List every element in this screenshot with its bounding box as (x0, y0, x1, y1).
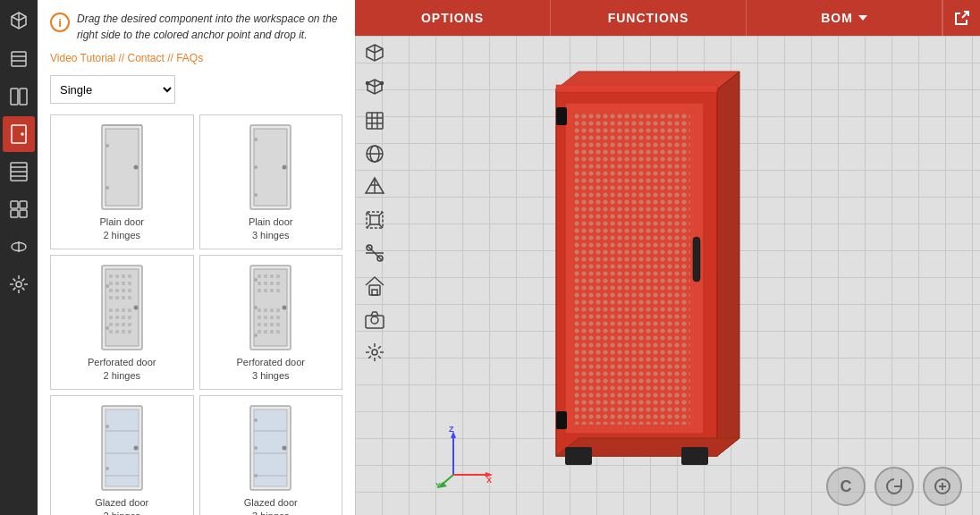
svg-rect-149 (556, 107, 567, 125)
sidebar-item-1[interactable] (3, 4, 35, 39)
component-label-plain-3h: Plain door 3 hinges (249, 215, 293, 243)
component-glazed-door-2h[interactable]: Glazed door 2 hinges (50, 395, 194, 515)
ws-icon-house[interactable] (359, 271, 391, 301)
viewport-controls: C (826, 467, 962, 506)
dropdown-row: Single Double Split (50, 75, 342, 104)
svg-rect-37 (122, 282, 125, 285)
component-label-perforated-3h: Perforated door 3 hinges (237, 356, 305, 384)
svg-rect-34 (128, 274, 131, 278)
svg-rect-140 (366, 316, 384, 328)
svg-rect-55 (109, 323, 113, 326)
svg-rect-24 (254, 129, 287, 206)
svg-point-118 (367, 82, 369, 85)
sidebar-item-2[interactable] (3, 41, 35, 77)
svg-rect-94 (270, 330, 274, 333)
export-button[interactable] (942, 0, 980, 36)
component-plain-door-3h[interactable]: Plain door 3 hinges (199, 114, 343, 249)
svg-rect-72 (258, 282, 261, 285)
functions-button[interactable]: FUNCTIONS (551, 0, 747, 36)
sidebar-item-door[interactable] (3, 116, 35, 152)
svg-point-22 (106, 186, 109, 190)
sidebar-item-tools[interactable] (3, 266, 35, 302)
control-rotate[interactable] (874, 467, 914, 506)
control-c[interactable]: C (826, 467, 866, 506)
bom-button[interactable]: BOM (747, 0, 942, 36)
svg-text:X: X (486, 476, 492, 485)
svg-rect-50 (128, 308, 131, 312)
ws-icon-wireframe[interactable] (359, 172, 391, 202)
sidebar (0, 0, 38, 515)
svg-rect-75 (276, 282, 280, 285)
svg-rect-13 (11, 210, 18, 217)
sidebar-item-rack[interactable] (3, 154, 35, 190)
svg-point-139 (371, 317, 378, 324)
svg-text:Z: Z (449, 426, 454, 434)
svg-point-6 (21, 133, 23, 135)
ws-icon-perspective[interactable] (359, 205, 391, 235)
svg-point-141 (372, 350, 377, 355)
ws-icon-box[interactable] (359, 106, 391, 136)
ws-icon-tool1[interactable] (359, 238, 391, 268)
component-label-perforated-2h: Perforated door 2 hinges (88, 356, 156, 384)
ws-icon-settings[interactable] (359, 337, 391, 367)
svg-rect-45 (122, 296, 125, 300)
svg-rect-11 (11, 201, 18, 208)
workspace: OPTIONS FUNCTIONS BOM (355, 0, 980, 515)
svg-point-25 (283, 165, 287, 170)
component-label-glazed-2h: Glazed door 2 hinges (95, 496, 148, 515)
svg-rect-54 (128, 316, 131, 319)
svg-point-114 (254, 418, 258, 422)
components-grid: Plain door 2 hinges Plain door 3 hinges (50, 114, 342, 515)
svg-rect-88 (258, 323, 261, 326)
svg-rect-44 (115, 296, 119, 300)
cabinet-3d (480, 63, 802, 492)
axis-indicator: Z X Y (435, 426, 498, 488)
ws-icon-cube2[interactable] (359, 72, 391, 103)
svg-rect-78 (270, 289, 274, 292)
svg-rect-84 (258, 316, 261, 319)
component-type-dropdown[interactable]: Single Double Split (50, 75, 175, 104)
ws-icon-camera[interactable] (359, 304, 391, 334)
middle-panel: i Drag the desired component into the wo… (38, 0, 355, 515)
sidebar-item-cable[interactable] (3, 229, 35, 265)
top-toolbar: OPTIONS FUNCTIONS BOM (355, 0, 980, 36)
sidebar-item-components[interactable] (3, 191, 35, 227)
component-plain-door-2h[interactable]: Plain door 2 hinges (50, 114, 194, 249)
component-label-plain-2h: Plain door 2 hinges (99, 215, 144, 243)
svg-rect-109 (254, 409, 287, 486)
svg-rect-80 (258, 308, 261, 312)
svg-rect-49 (122, 308, 125, 312)
component-img-perforated-3h (240, 263, 302, 352)
component-perforated-door-2h[interactable]: Perforated door 2 hinges (50, 255, 194, 390)
video-link[interactable]: Video Tutorial // Contact // FAQs (50, 52, 342, 64)
sidebar-item-3[interactable] (3, 79, 35, 114)
component-img-plain-3h (240, 122, 302, 212)
svg-rect-87 (276, 316, 280, 319)
control-zoom[interactable] (923, 467, 962, 506)
component-img-perforated-2h (90, 263, 153, 352)
svg-rect-148 (693, 237, 700, 282)
svg-rect-90 (270, 323, 274, 326)
svg-point-113 (283, 445, 287, 450)
component-perforated-door-3h[interactable]: Perforated door 3 hinges (199, 255, 343, 390)
svg-rect-38 (128, 282, 131, 285)
svg-point-115 (254, 446, 258, 450)
svg-rect-51 (109, 316, 113, 319)
svg-rect-35 (109, 282, 113, 285)
svg-rect-73 (264, 282, 267, 285)
options-button[interactable]: OPTIONS (355, 0, 551, 36)
svg-rect-56 (115, 323, 119, 326)
svg-rect-85 (264, 316, 267, 319)
svg-rect-91 (276, 323, 280, 326)
svg-rect-60 (115, 330, 119, 333)
svg-point-106 (106, 425, 109, 428)
svg-rect-33 (122, 274, 125, 278)
grid-canvas[interactable]: Z X Y C (355, 36, 980, 515)
svg-rect-53 (122, 316, 125, 319)
ws-icon-cube[interactable] (359, 39, 391, 70)
ws-icon-sphere[interactable] (359, 139, 391, 169)
component-glazed-door-3h[interactable]: Glazed door 3 hinges (199, 395, 343, 515)
svg-rect-138 (372, 290, 377, 295)
svg-rect-68 (258, 274, 261, 278)
svg-rect-31 (109, 274, 113, 278)
